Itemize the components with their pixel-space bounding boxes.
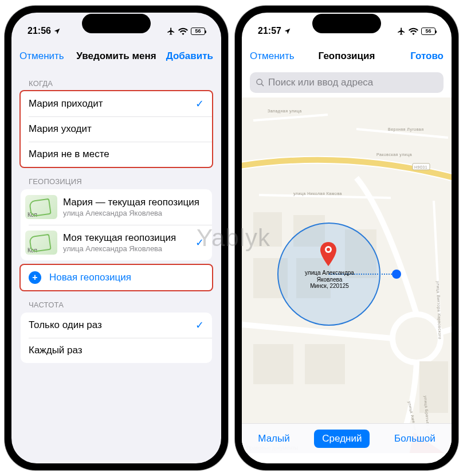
phone-left: 21:56 56 Отменить Уведомить меня Добавит…	[5, 6, 228, 470]
section-header-freq: ЧАСТОТА	[11, 290, 221, 313]
when-option-not-at[interactable]: Мария не в месте	[21, 142, 212, 167]
geo-option-subtitle: улица Александра Яковлева	[63, 244, 176, 253]
geo-option-title: Моя текущая геопозиция	[63, 232, 176, 244]
when-option-leaves[interactable]: Мария уходит	[21, 116, 212, 142]
svg-point-0	[257, 79, 262, 84]
when-option-label: Мария приходит	[29, 98, 103, 110]
wifi-icon	[178, 28, 188, 35]
status-time: 21:57	[258, 26, 281, 36]
when-option-label: Мария уходит	[29, 123, 92, 135]
checkmark-icon: ✓	[195, 97, 204, 110]
size-large-button[interactable]: Большой	[386, 430, 444, 448]
checkmark-icon: ✓	[195, 319, 204, 331]
size-small-button[interactable]: Малый	[250, 430, 297, 448]
new-geo-row-container: + Новая геопозиция	[21, 265, 212, 290]
dynamic-island	[312, 14, 381, 33]
geo-option-subtitle: улица Александра Яковлева	[63, 209, 199, 217]
freq-option-label: Только один раз	[29, 319, 102, 331]
size-medium-button[interactable]: Средний	[314, 430, 370, 448]
freq-option-label: Каждый раз	[29, 345, 83, 356]
map-thumbnail-icon: Коп	[25, 195, 57, 219]
new-geo-label: Новая геопозиция	[49, 272, 131, 283]
airplane-icon	[167, 27, 175, 36]
done-button[interactable]: Готово	[410, 50, 444, 62]
dynamic-island	[82, 14, 151, 33]
when-list: Мария приходит ✓ Мария уходит Мария не в…	[21, 91, 212, 167]
svg-text:H9031: H9031	[414, 165, 427, 169]
svg-text:Верхняя Луговая: Верхняя Луговая	[388, 127, 424, 132]
cancel-button[interactable]: Отменить	[19, 50, 64, 62]
nav-bar: Отменить Геопозиция Готово	[242, 44, 452, 69]
map-view[interactable]: Западная улица Верхняя Луговая Раковская…	[242, 97, 452, 453]
geo-option-title: Мария — текущая геопозиция	[63, 197, 199, 208]
svg-text:Западная улица: Западная улица	[268, 109, 302, 114]
map-pin-icon[interactable]	[320, 242, 337, 266]
search-input[interactable]: Поиск или ввод адреса	[250, 72, 444, 93]
section-header-when: КОГДА	[11, 69, 221, 91]
freq-option-once[interactable]: Только один раз ✓	[21, 313, 212, 338]
svg-rect-9	[253, 344, 293, 384]
search-icon	[256, 78, 265, 87]
plus-circle-icon: +	[29, 271, 41, 284]
svg-line-1	[261, 84, 264, 86]
svg-text:улица Николая Камова: улица Николая Камова	[293, 192, 342, 196]
svg-rect-4	[253, 212, 282, 247]
location-arrow-icon	[53, 28, 61, 35]
radius-size-bar: Малый Средний Большой	[242, 423, 452, 453]
svg-rect-10	[305, 344, 345, 384]
nav-title: Уведомить меня	[76, 50, 156, 62]
svg-point-22	[327, 248, 330, 251]
screen-left: 21:56 56 Отменить Уведомить меня Добавит…	[11, 13, 221, 463]
battery-icon: 56	[421, 28, 435, 35]
geo-list: Коп Мария — текущая геопозиция улица Але…	[21, 189, 212, 260]
when-option-label: Мария не в месте	[29, 149, 109, 160]
map-thumbnail-icon: Коп	[25, 231, 57, 255]
freq-option-every[interactable]: Каждый раз	[21, 338, 212, 363]
freq-list: Только один раз ✓ Каждый раз	[21, 313, 212, 363]
add-button[interactable]: Добавить	[166, 50, 213, 62]
airplane-icon	[397, 27, 406, 36]
cancel-button[interactable]: Отменить	[250, 50, 295, 62]
pin-address-label: улица Александра Яковлева Минск, 220125	[301, 270, 358, 290]
nav-bar: Отменить Уведомить меня Добавить	[11, 44, 221, 69]
geo-option-maria[interactable]: Коп Мария — текущая геопозиция улица Але…	[21, 189, 212, 225]
wifi-icon	[409, 28, 418, 35]
status-time: 21:56	[28, 26, 51, 36]
when-option-arrives[interactable]: Мария приходит ✓	[21, 91, 212, 116]
search-placeholder: Поиск или ввод адреса	[268, 77, 373, 88]
nav-title: Геопозиция	[319, 50, 375, 62]
screen-right: 21:57 56 Отменить Геопозиция Готово Поис…	[242, 13, 452, 463]
new-geo-button[interactable]: + Новая геопозиция	[21, 265, 212, 290]
section-header-geo: ГЕОПОЗИЦИЯ	[11, 167, 221, 189]
battery-icon: 56	[191, 28, 205, 35]
checkmark-icon: ✓	[195, 236, 204, 249]
svg-text:Раковская улица: Раковская улица	[376, 153, 412, 157]
geo-option-mine[interactable]: Коп Моя текущая геопозиция улица Алексан…	[21, 225, 212, 260]
location-arrow-icon	[284, 28, 291, 35]
phone-right: 21:57 56 Отменить Геопозиция Готово Поис…	[235, 6, 458, 470]
